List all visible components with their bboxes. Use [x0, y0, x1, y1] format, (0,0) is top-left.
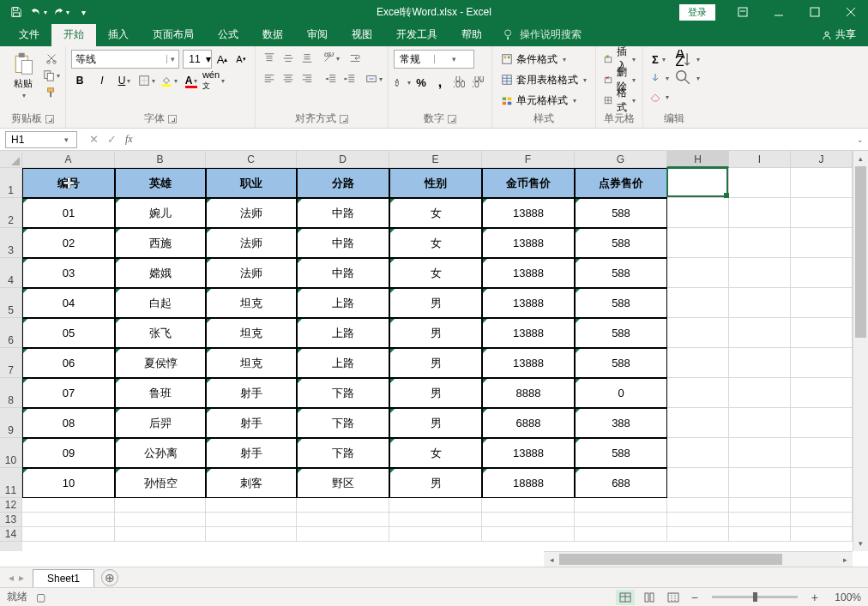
zoom-slider[interactable] [712, 596, 798, 598]
row-header-7[interactable]: 7 [0, 348, 22, 378]
cell[interactable]: 588 [575, 258, 667, 288]
cell[interactable]: 588 [575, 198, 667, 228]
redo-button[interactable]: ▾ [51, 3, 70, 21]
fill-color-button[interactable]: ▾ [160, 72, 178, 89]
cell[interactable] [22, 513, 115, 527]
cell[interactable] [791, 228, 853, 258]
cell[interactable]: 06 [22, 348, 115, 378]
increase-font-button[interactable]: A▴ [214, 50, 231, 69]
worksheet-grid[interactable]: ABCDEFGHIJ 1234567891011121314 编号✛英雄职业分路… [0, 151, 868, 567]
cell[interactable]: 13888 [482, 288, 575, 318]
cell[interactable] [729, 198, 791, 228]
align-right-button[interactable] [298, 70, 316, 87]
tell-me-search[interactable]: 操作说明搜索 [494, 23, 590, 46]
cell[interactable]: 13888 [482, 438, 575, 468]
normal-view-button[interactable] [616, 590, 635, 605]
signin-button[interactable]: 登录 [679, 4, 715, 21]
cell[interactable] [791, 348, 853, 378]
cell[interactable] [791, 318, 853, 348]
zoom-out-button[interactable]: − [688, 591, 702, 604]
cell[interactable] [575, 527, 667, 542]
cell[interactable]: 下路 [297, 438, 389, 468]
cell[interactable] [791, 468, 853, 498]
cell[interactable]: 女 [389, 438, 482, 468]
column-header-J[interactable]: J [791, 151, 853, 168]
minimize-button[interactable] [762, 0, 796, 24]
cell[interactable] [667, 318, 729, 348]
cell[interactable]: 388 [575, 408, 667, 438]
cell[interactable]: 男 [389, 378, 482, 408]
cell[interactable] [729, 258, 791, 288]
row-header-9[interactable]: 9 [0, 408, 22, 438]
decrease-indent-button[interactable] [322, 70, 340, 87]
align-middle-button[interactable] [280, 50, 297, 67]
row-header-5[interactable]: 5 [0, 288, 22, 318]
qat-customize-button[interactable]: ▾ [74, 3, 93, 21]
formula-bar-expand[interactable]: ⌄ [853, 135, 868, 144]
merge-center-button[interactable]: ▾ [365, 70, 383, 87]
row-header-4[interactable]: 4 [0, 258, 22, 288]
cell[interactable] [791, 527, 853, 542]
align-bottom-button[interactable] [298, 50, 316, 67]
cell[interactable] [297, 513, 389, 527]
cell[interactable]: 射手 [206, 378, 297, 408]
column-header-D[interactable]: D [297, 151, 389, 168]
format-painter-button[interactable] [43, 84, 60, 101]
cell[interactable] [791, 198, 853, 228]
cell[interactable]: 后羿 [115, 408, 206, 438]
bold-button[interactable]: B [71, 72, 88, 89]
cell[interactable]: 西施 [115, 228, 206, 258]
cell[interactable]: 08 [22, 408, 115, 438]
column-header-H[interactable]: H [667, 151, 729, 168]
cell[interactable] [791, 438, 853, 468]
cell[interactable]: 男 [389, 288, 482, 318]
horizontal-scrollbar[interactable]: ◂▸ [544, 551, 853, 567]
italic-button[interactable]: I [93, 72, 111, 89]
cell[interactable]: 13888 [482, 318, 575, 348]
enter-formula-icon[interactable]: ✓ [107, 133, 117, 146]
cell[interactable] [115, 498, 206, 513]
cell[interactable] [482, 513, 575, 527]
save-button[interactable] [7, 3, 26, 21]
align-top-button[interactable] [261, 50, 278, 67]
page-break-view-button[interactable] [664, 590, 683, 605]
cell[interactable]: 13888 [482, 228, 575, 258]
cell[interactable] [389, 527, 482, 542]
tab-data[interactable]: 数据 [250, 23, 295, 46]
row-header-12[interactable]: 12 [0, 498, 22, 513]
cell[interactable] [206, 513, 297, 527]
column-header-C[interactable]: C [206, 151, 297, 168]
cell[interactable]: 上路 [297, 288, 389, 318]
cell[interactable] [115, 527, 206, 542]
cell[interactable]: 坦克 [206, 318, 297, 348]
row-header-11[interactable]: 11 [0, 468, 22, 498]
increase-decimal-button[interactable]: .0.00 [450, 74, 467, 91]
row-header-8[interactable]: 8 [0, 378, 22, 408]
cell[interactable]: 野区 [297, 468, 389, 498]
number-dialog-launcher[interactable] [448, 115, 456, 123]
zoom-level[interactable]: 100% [827, 591, 861, 603]
name-box[interactable]: ▾ [5, 131, 77, 148]
cell[interactable] [791, 168, 853, 198]
align-center-button[interactable] [280, 70, 297, 87]
column-header-B[interactable]: B [115, 151, 206, 168]
cell[interactable] [729, 468, 791, 498]
cell[interactable]: 鲁班 [115, 378, 206, 408]
cell[interactable]: 18888 [482, 468, 575, 498]
cell[interactable]: 01 [22, 198, 115, 228]
cell[interactable] [482, 527, 575, 542]
format-cells-button[interactable]: 格式▾ [601, 91, 637, 110]
wrap-text-button[interactable] [347, 50, 364, 67]
cell[interactable] [667, 438, 729, 468]
font-color-button[interactable]: A▾ [183, 72, 200, 89]
select-all-corner[interactable] [0, 151, 22, 168]
format-as-table-button[interactable]: 套用表格格式▾ [497, 70, 590, 89]
fx-icon[interactable]: fx [125, 133, 138, 146]
cell[interactable] [729, 527, 791, 542]
cell[interactable]: 分路 [297, 168, 389, 198]
accounting-format-button[interactable]: ₿▾ [394, 74, 411, 91]
cell[interactable] [791, 408, 853, 438]
vertical-scrollbar[interactable]: ▴▾ [853, 151, 868, 551]
cell[interactable] [115, 513, 206, 527]
cell[interactable]: 法师 [206, 228, 297, 258]
